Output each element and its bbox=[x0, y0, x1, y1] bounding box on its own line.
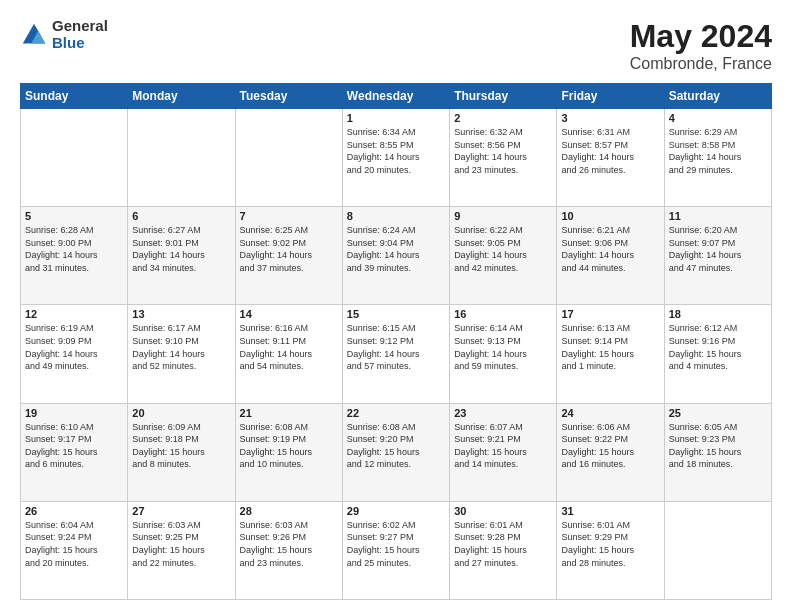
calendar-cell: 24Sunrise: 6:06 AM Sunset: 9:22 PM Dayli… bbox=[557, 403, 664, 501]
calendar-header-row: SundayMondayTuesdayWednesdayThursdayFrid… bbox=[21, 84, 772, 109]
day-info: Sunrise: 6:15 AM Sunset: 9:12 PM Dayligh… bbox=[347, 323, 420, 371]
calendar-week-row: 12Sunrise: 6:19 AM Sunset: 9:09 PM Dayli… bbox=[21, 305, 772, 403]
day-info: Sunrise: 6:01 AM Sunset: 9:28 PM Dayligh… bbox=[454, 520, 527, 568]
day-info: Sunrise: 6:31 AM Sunset: 8:57 PM Dayligh… bbox=[561, 127, 634, 175]
day-info: Sunrise: 6:21 AM Sunset: 9:06 PM Dayligh… bbox=[561, 225, 634, 273]
calendar-cell bbox=[21, 109, 128, 207]
calendar-cell bbox=[235, 109, 342, 207]
day-number: 1 bbox=[347, 112, 445, 124]
day-number: 22 bbox=[347, 407, 445, 419]
day-number: 28 bbox=[240, 505, 338, 517]
day-info: Sunrise: 6:16 AM Sunset: 9:11 PM Dayligh… bbox=[240, 323, 313, 371]
calendar-cell: 31Sunrise: 6:01 AM Sunset: 9:29 PM Dayli… bbox=[557, 501, 664, 599]
day-info: Sunrise: 6:03 AM Sunset: 9:26 PM Dayligh… bbox=[240, 520, 313, 568]
day-number: 10 bbox=[561, 210, 659, 222]
day-number: 26 bbox=[25, 505, 123, 517]
calendar-week-row: 19Sunrise: 6:10 AM Sunset: 9:17 PM Dayli… bbox=[21, 403, 772, 501]
day-info: Sunrise: 6:20 AM Sunset: 9:07 PM Dayligh… bbox=[669, 225, 742, 273]
calendar-table: SundayMondayTuesdayWednesdayThursdayFrid… bbox=[20, 83, 772, 600]
day-info: Sunrise: 6:01 AM Sunset: 9:29 PM Dayligh… bbox=[561, 520, 634, 568]
calendar-day-header: Saturday bbox=[664, 84, 771, 109]
day-info: Sunrise: 6:28 AM Sunset: 9:00 PM Dayligh… bbox=[25, 225, 98, 273]
calendar-cell: 13Sunrise: 6:17 AM Sunset: 9:10 PM Dayli… bbox=[128, 305, 235, 403]
day-number: 19 bbox=[25, 407, 123, 419]
logo-general: General bbox=[52, 18, 108, 35]
day-number: 15 bbox=[347, 308, 445, 320]
calendar-day-header: Wednesday bbox=[342, 84, 449, 109]
calendar-cell: 25Sunrise: 6:05 AM Sunset: 9:23 PM Dayli… bbox=[664, 403, 771, 501]
title-block: May 2024 Combronde, France bbox=[630, 18, 772, 73]
day-number: 27 bbox=[132, 505, 230, 517]
day-info: Sunrise: 6:05 AM Sunset: 9:23 PM Dayligh… bbox=[669, 422, 742, 470]
day-info: Sunrise: 6:14 AM Sunset: 9:13 PM Dayligh… bbox=[454, 323, 527, 371]
calendar-cell: 3Sunrise: 6:31 AM Sunset: 8:57 PM Daylig… bbox=[557, 109, 664, 207]
day-number: 20 bbox=[132, 407, 230, 419]
day-info: Sunrise: 6:34 AM Sunset: 8:55 PM Dayligh… bbox=[347, 127, 420, 175]
day-info: Sunrise: 6:24 AM Sunset: 9:04 PM Dayligh… bbox=[347, 225, 420, 273]
calendar-cell: 30Sunrise: 6:01 AM Sunset: 9:28 PM Dayli… bbox=[450, 501, 557, 599]
day-number: 4 bbox=[669, 112, 767, 124]
calendar-week-row: 26Sunrise: 6:04 AM Sunset: 9:24 PM Dayli… bbox=[21, 501, 772, 599]
calendar-cell bbox=[664, 501, 771, 599]
calendar-cell: 29Sunrise: 6:02 AM Sunset: 9:27 PM Dayli… bbox=[342, 501, 449, 599]
day-number: 13 bbox=[132, 308, 230, 320]
day-info: Sunrise: 6:22 AM Sunset: 9:05 PM Dayligh… bbox=[454, 225, 527, 273]
day-info: Sunrise: 6:04 AM Sunset: 9:24 PM Dayligh… bbox=[25, 520, 98, 568]
day-number: 5 bbox=[25, 210, 123, 222]
page: General Blue May 2024 Combronde, France … bbox=[0, 0, 792, 612]
calendar-cell: 28Sunrise: 6:03 AM Sunset: 9:26 PM Dayli… bbox=[235, 501, 342, 599]
day-number: 18 bbox=[669, 308, 767, 320]
day-info: Sunrise: 6:02 AM Sunset: 9:27 PM Dayligh… bbox=[347, 520, 420, 568]
calendar-cell: 12Sunrise: 6:19 AM Sunset: 9:09 PM Dayli… bbox=[21, 305, 128, 403]
calendar-cell: 4Sunrise: 6:29 AM Sunset: 8:58 PM Daylig… bbox=[664, 109, 771, 207]
day-number: 16 bbox=[454, 308, 552, 320]
day-number: 23 bbox=[454, 407, 552, 419]
calendar-day-header: Friday bbox=[557, 84, 664, 109]
day-info: Sunrise: 6:19 AM Sunset: 9:09 PM Dayligh… bbox=[25, 323, 98, 371]
calendar-week-row: 5Sunrise: 6:28 AM Sunset: 9:00 PM Daylig… bbox=[21, 207, 772, 305]
calendar-cell: 8Sunrise: 6:24 AM Sunset: 9:04 PM Daylig… bbox=[342, 207, 449, 305]
calendar-cell: 26Sunrise: 6:04 AM Sunset: 9:24 PM Dayli… bbox=[21, 501, 128, 599]
logo-text: General Blue bbox=[52, 18, 108, 51]
calendar-cell: 14Sunrise: 6:16 AM Sunset: 9:11 PM Dayli… bbox=[235, 305, 342, 403]
logo: General Blue bbox=[20, 18, 108, 51]
calendar-day-header: Monday bbox=[128, 84, 235, 109]
day-number: 21 bbox=[240, 407, 338, 419]
day-number: 11 bbox=[669, 210, 767, 222]
calendar-cell: 22Sunrise: 6:08 AM Sunset: 9:20 PM Dayli… bbox=[342, 403, 449, 501]
day-number: 8 bbox=[347, 210, 445, 222]
day-number: 6 bbox=[132, 210, 230, 222]
day-number: 3 bbox=[561, 112, 659, 124]
calendar-day-header: Tuesday bbox=[235, 84, 342, 109]
day-info: Sunrise: 6:32 AM Sunset: 8:56 PM Dayligh… bbox=[454, 127, 527, 175]
day-number: 25 bbox=[669, 407, 767, 419]
day-info: Sunrise: 6:27 AM Sunset: 9:01 PM Dayligh… bbox=[132, 225, 205, 273]
day-info: Sunrise: 6:08 AM Sunset: 9:19 PM Dayligh… bbox=[240, 422, 313, 470]
calendar-cell: 23Sunrise: 6:07 AM Sunset: 9:21 PM Dayli… bbox=[450, 403, 557, 501]
calendar-cell: 9Sunrise: 6:22 AM Sunset: 9:05 PM Daylig… bbox=[450, 207, 557, 305]
main-title: May 2024 bbox=[630, 18, 772, 55]
day-info: Sunrise: 6:06 AM Sunset: 9:22 PM Dayligh… bbox=[561, 422, 634, 470]
calendar-cell: 10Sunrise: 6:21 AM Sunset: 9:06 PM Dayli… bbox=[557, 207, 664, 305]
day-number: 14 bbox=[240, 308, 338, 320]
calendar-cell: 11Sunrise: 6:20 AM Sunset: 9:07 PM Dayli… bbox=[664, 207, 771, 305]
day-number: 12 bbox=[25, 308, 123, 320]
calendar-week-row: 1Sunrise: 6:34 AM Sunset: 8:55 PM Daylig… bbox=[21, 109, 772, 207]
calendar-cell: 27Sunrise: 6:03 AM Sunset: 9:25 PM Dayli… bbox=[128, 501, 235, 599]
day-number: 2 bbox=[454, 112, 552, 124]
day-number: 29 bbox=[347, 505, 445, 517]
calendar-cell: 17Sunrise: 6:13 AM Sunset: 9:14 PM Dayli… bbox=[557, 305, 664, 403]
calendar-cell: 18Sunrise: 6:12 AM Sunset: 9:16 PM Dayli… bbox=[664, 305, 771, 403]
day-info: Sunrise: 6:12 AM Sunset: 9:16 PM Dayligh… bbox=[669, 323, 742, 371]
day-info: Sunrise: 6:08 AM Sunset: 9:20 PM Dayligh… bbox=[347, 422, 420, 470]
day-number: 9 bbox=[454, 210, 552, 222]
day-info: Sunrise: 6:25 AM Sunset: 9:02 PM Dayligh… bbox=[240, 225, 313, 273]
logo-blue: Blue bbox=[52, 35, 108, 52]
day-number: 24 bbox=[561, 407, 659, 419]
calendar-cell: 5Sunrise: 6:28 AM Sunset: 9:00 PM Daylig… bbox=[21, 207, 128, 305]
calendar-cell bbox=[128, 109, 235, 207]
calendar-cell: 20Sunrise: 6:09 AM Sunset: 9:18 PM Dayli… bbox=[128, 403, 235, 501]
day-info: Sunrise: 6:07 AM Sunset: 9:21 PM Dayligh… bbox=[454, 422, 527, 470]
calendar-day-header: Sunday bbox=[21, 84, 128, 109]
calendar-cell: 1Sunrise: 6:34 AM Sunset: 8:55 PM Daylig… bbox=[342, 109, 449, 207]
